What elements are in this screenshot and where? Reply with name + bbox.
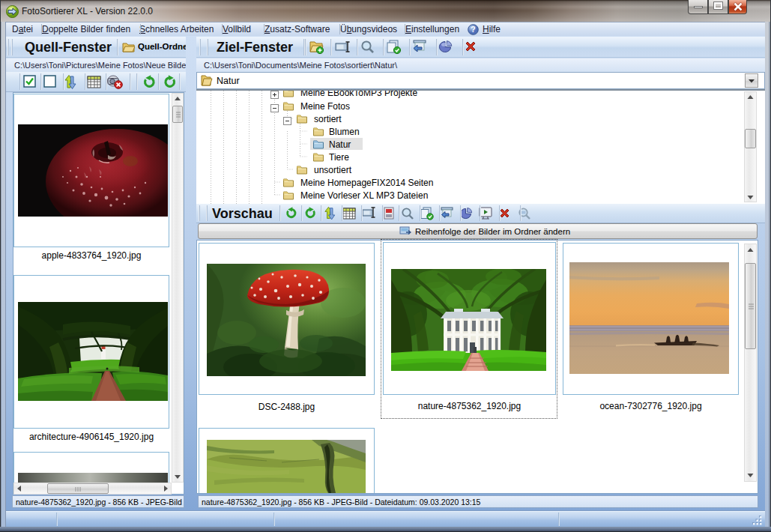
svg-text:?: ? — [471, 25, 475, 34]
